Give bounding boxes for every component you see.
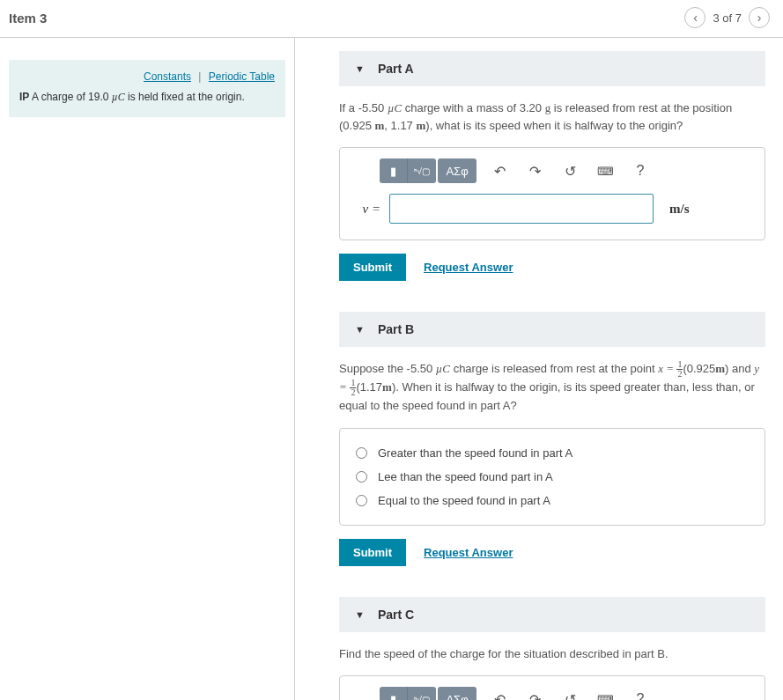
reset-icon[interactable]: ↺ bbox=[558, 687, 582, 700]
caret-down-icon: ▼ bbox=[355, 324, 365, 335]
part-b-request-answer-link[interactable]: Request Answer bbox=[424, 546, 513, 559]
part-a-submit-button[interactable]: Submit bbox=[339, 254, 406, 281]
option-equal[interactable]: Equal to the speed found in part A bbox=[356, 489, 749, 512]
undo-icon[interactable]: ↶ bbox=[487, 158, 512, 183]
keyboard-icon[interactable]: ⌨ bbox=[593, 158, 617, 183]
part-b-submit-button[interactable]: Submit bbox=[339, 539, 406, 566]
next-button[interactable]: › bbox=[749, 7, 770, 28]
option-less[interactable]: Lee than the speed found part in A bbox=[356, 465, 749, 489]
problem-statement: IP A charge of 19.0 µC is held fixed at … bbox=[19, 90, 275, 105]
option-greater[interactable]: Greater than the speed found in part A bbox=[356, 441, 749, 465]
position-text: 3 of 7 bbox=[713, 11, 742, 25]
part-a-header[interactable]: ▼ Part A bbox=[339, 51, 765, 86]
periodic-table-link[interactable]: Periodic Table bbox=[209, 70, 275, 83]
help-icon[interactable]: ? bbox=[628, 158, 653, 183]
constants-link[interactable]: Constants bbox=[144, 70, 191, 83]
part-b-question: Suppose the -5.50 µC charge is released … bbox=[339, 360, 765, 415]
separator: | bbox=[198, 70, 201, 83]
part-c-question: Find the speed of the charge for the sit… bbox=[339, 645, 765, 663]
greek-button[interactable]: ΑΣφ bbox=[438, 158, 476, 183]
unit-label: m/s bbox=[669, 202, 690, 217]
part-b-header[interactable]: ▼ Part B bbox=[339, 312, 765, 347]
part-c-answer-box: ▮ ⁿ√▢ ΑΣφ ↶ ↷ ↺ ⌨ ? v = m/s bbox=[339, 675, 765, 700]
problem-box: Constants | Periodic Table IP A charge o… bbox=[9, 60, 285, 117]
variable-label: v = bbox=[356, 202, 380, 217]
part-b-title: Part B bbox=[378, 322, 414, 336]
part-a-answer-box: ▮ ⁿ√▢ ΑΣφ ↶ ↷ ↺ ⌨ ? v = m/s bbox=[339, 147, 765, 240]
radio-equal[interactable] bbox=[356, 495, 367, 506]
caret-down-icon: ▼ bbox=[355, 63, 365, 74]
part-a-question: If a -5.50 µC charge with a mass of 3.20… bbox=[339, 99, 765, 134]
item-title: Item 3 bbox=[9, 11, 47, 26]
reset-icon[interactable]: ↺ bbox=[558, 158, 582, 183]
radio-less[interactable] bbox=[356, 471, 367, 483]
undo-icon[interactable]: ↶ bbox=[487, 687, 512, 700]
item-nav: ‹ 3 of 7 › bbox=[684, 7, 770, 28]
help-icon[interactable]: ? bbox=[628, 687, 653, 700]
part-c-title: Part C bbox=[378, 608, 414, 622]
template-button[interactable]: ▮ bbox=[380, 687, 408, 700]
greek-button[interactable]: ΑΣφ bbox=[438, 687, 476, 700]
part-c-header[interactable]: ▼ Part C bbox=[339, 597, 765, 632]
prev-button[interactable]: ‹ bbox=[684, 7, 705, 28]
radio-greater[interactable] bbox=[356, 447, 367, 459]
redo-icon[interactable]: ↷ bbox=[522, 687, 547, 700]
caret-down-icon: ▼ bbox=[355, 609, 365, 620]
root-button[interactable]: ⁿ√▢ bbox=[408, 687, 436, 700]
part-a-title: Part A bbox=[378, 62, 414, 76]
part-b-options: Greater than the speed found in part A L… bbox=[339, 428, 765, 526]
part-a-input[interactable] bbox=[389, 194, 654, 224]
root-button[interactable]: ⁿ√▢ bbox=[408, 158, 436, 183]
keyboard-icon[interactable]: ⌨ bbox=[593, 687, 617, 700]
template-button[interactable]: ▮ bbox=[380, 158, 408, 183]
part-a-request-answer-link[interactable]: Request Answer bbox=[424, 261, 513, 274]
redo-icon[interactable]: ↷ bbox=[522, 158, 547, 183]
